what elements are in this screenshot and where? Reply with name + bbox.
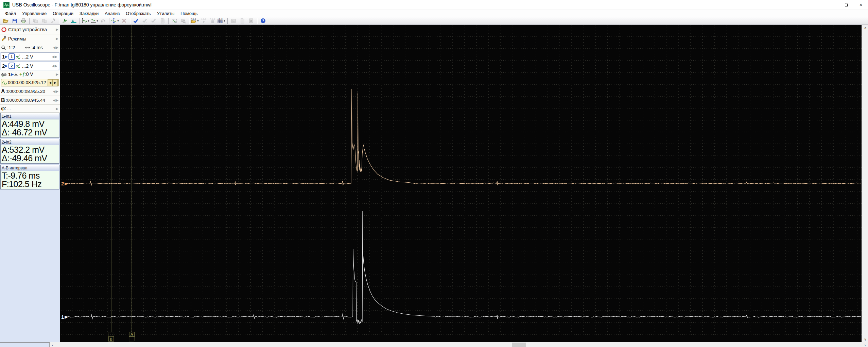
measure-panel-ch2: 2▸in2 A:532.2 mV Δ:-49.46 mV xyxy=(0,139,59,164)
svg-text:?: ? xyxy=(262,19,264,23)
restore-button[interactable] xyxy=(839,0,854,10)
signal-view-button[interactable] xyxy=(60,17,69,24)
dropdown-arrow-icon[interactable]: ▼ xyxy=(87,20,90,22)
math-load-button[interactable]: A:B+C▼ xyxy=(191,17,199,24)
channel-2-arrows[interactable]: ◀▶ xyxy=(52,64,58,68)
position-right-button[interactable]: ▶ xyxy=(53,79,58,86)
abc-stop-icon: A:B+C xyxy=(210,18,215,23)
minimize-button[interactable]: ─ xyxy=(825,0,839,10)
ch2-amplitude-value: A:532.2 mV xyxy=(2,146,58,154)
toolbar-separator xyxy=(130,18,130,24)
measure-panel-interval-header: A-B интервал xyxy=(1,165,59,171)
print-button[interactable] xyxy=(19,17,28,24)
menu-item-6[interactable]: Отображать xyxy=(123,10,154,17)
phase-row[interactable]: φ: ... ▶ xyxy=(0,105,60,113)
toolbar-separator xyxy=(29,18,30,24)
ch1-amplitude-value: A:449.8 mV xyxy=(2,120,58,128)
open-file-button[interactable] xyxy=(1,17,10,24)
channel-1-badge: 1 xyxy=(8,53,15,60)
phase-expand-arrow[interactable]: ▶ xyxy=(56,107,59,111)
trigger-prefix: +ƒ: xyxy=(19,71,26,77)
signal-select-button[interactable] xyxy=(69,17,78,24)
oscilloscope-plot[interactable]: BA2►1► xyxy=(60,25,862,342)
apply-all-button xyxy=(149,17,158,24)
trigger-row[interactable]: 1 ▶ +ƒ: 0 V ▶ xyxy=(0,70,60,78)
hammer-icon xyxy=(50,18,56,23)
math-table-button[interactable]: A:B+C▼ xyxy=(217,17,226,24)
math-stop-button: A:B+C xyxy=(208,17,217,24)
undo-icon xyxy=(101,18,106,23)
position-row: 0000:00:08.925.12 ◀ ▶ xyxy=(0,78,60,87)
probe-wave-icon xyxy=(16,54,21,59)
menu-item-5[interactable]: Анализ xyxy=(102,10,123,17)
modes-button[interactable]: Режимы ▶ xyxy=(0,34,60,43)
svg-text:A:B+C: A:B+C xyxy=(218,18,223,20)
start-expand-arrow[interactable]: ▶ xyxy=(56,28,59,31)
copy-icon xyxy=(33,18,38,23)
probe-wave-icon xyxy=(16,63,21,68)
save-icon xyxy=(12,18,17,23)
folder-open-icon xyxy=(3,18,8,23)
channel-2-range: ...2 V xyxy=(22,63,52,69)
help-button[interactable]: ? xyxy=(259,17,267,24)
vertical-scrollbar[interactable]: ∧ ∨ xyxy=(862,25,868,342)
svg-text:A:B+C: A:B+C xyxy=(201,18,206,20)
scroll-right-button[interactable]: › xyxy=(862,342,868,347)
phase-value: ... xyxy=(7,106,56,111)
scroll-down-button[interactable]: ∨ xyxy=(862,336,868,342)
menu-item-2[interactable]: Управление xyxy=(19,10,50,17)
cursor-a-arrows[interactable]: ◀▶ xyxy=(53,89,59,93)
apply-button[interactable] xyxy=(132,17,140,24)
menu-item-4[interactable]: Закладки xyxy=(76,10,102,17)
scroll-up-button[interactable]: ∧ xyxy=(862,25,868,31)
menu-item-8[interactable]: Помощь xyxy=(177,10,201,17)
toolbar-separator xyxy=(59,18,59,24)
scale-arrows[interactable]: ◀▶ xyxy=(53,46,59,49)
cursor-a-row[interactable]: A :0000:00:08.955.20 ◀▶ xyxy=(0,87,60,96)
channel-2-row[interactable]: 2 ▶ 2 ...2 V ◀▶ xyxy=(1,62,59,70)
zoom-vertical-button[interactable]: ▼ xyxy=(81,17,90,24)
start-device-button[interactable]: Старт устройства ▶ xyxy=(0,25,60,34)
toolbar-separator xyxy=(227,18,228,24)
menu-item-3[interactable]: Операции xyxy=(50,10,76,17)
cursor-b-arrows[interactable]: ◀▶ xyxy=(53,98,59,102)
copy-image-button xyxy=(31,17,40,24)
export-delete-button xyxy=(247,17,256,24)
position-value[interactable]: 0000:00:08.925.12 xyxy=(8,80,48,85)
channel-1-range: ...2 V xyxy=(22,54,52,60)
channel-1-row[interactable]: 1 ▶ 1 ...2 V ◀▶ xyxy=(1,52,59,61)
svg-text:A:B+C: A:B+C xyxy=(191,18,196,20)
print-icon xyxy=(21,18,26,23)
horizontal-scroll-thumb[interactable] xyxy=(512,343,526,347)
waveform-canvas[interactable]: BA2►1► xyxy=(60,25,862,342)
position-field[interactable]: 0000:00:08.925.12 ◀ ▶ xyxy=(1,79,59,86)
select-region-button[interactable] xyxy=(170,17,179,24)
restore-icon xyxy=(845,3,849,7)
cursor-b-row[interactable]: B :0000:00:08.945.44 ◀▶ xyxy=(0,96,60,105)
dropdown-arrow-icon[interactable]: ▼ xyxy=(223,20,226,22)
menu-item-1[interactable]: Файл xyxy=(2,10,19,17)
scroll-left-button[interactable]: ‹ xyxy=(50,342,56,347)
channel-1-arrows[interactable]: ◀▶ xyxy=(52,55,58,59)
apply-next-button xyxy=(140,17,149,24)
menu-item-7[interactable]: Утилиты xyxy=(154,10,178,17)
measure-panel-ch2-header: 2▸in2 xyxy=(1,139,59,145)
modes-expand-arrow[interactable]: ▶ xyxy=(56,37,59,40)
trigger-channel-number: 1 xyxy=(8,71,11,77)
cut-fragment-button[interactable]: ▼ xyxy=(111,17,120,24)
horizontal-scrollbar[interactable]: ‹ › xyxy=(50,342,868,347)
search-fragment-button xyxy=(179,17,188,24)
trigger-level-icon xyxy=(14,72,18,77)
close-button[interactable]: × xyxy=(854,0,868,10)
save-button[interactable] xyxy=(10,17,19,24)
trigger-expand-arrow[interactable]: ▶ xyxy=(56,72,59,76)
scale-row[interactable]: :1:2 :4 ms ◀▶ xyxy=(0,43,60,52)
dropdown-arrow-icon[interactable]: ▼ xyxy=(197,20,199,22)
check-gray-icon xyxy=(151,18,156,23)
dropdown-arrow-icon[interactable]: ▼ xyxy=(117,20,119,22)
zoom-horizontal-button[interactable]: ▼ xyxy=(90,17,99,24)
position-left-button[interactable]: ◀ xyxy=(48,79,53,86)
dropdown-arrow-icon[interactable]: ▼ xyxy=(96,20,99,22)
toolbar: ▼▼▼A:B+C▼A:B+CA:B+CA:B+C▼? xyxy=(0,17,868,25)
title-bar: USB Oscilloscope - F:\man tgl80180 управ… xyxy=(0,0,868,10)
